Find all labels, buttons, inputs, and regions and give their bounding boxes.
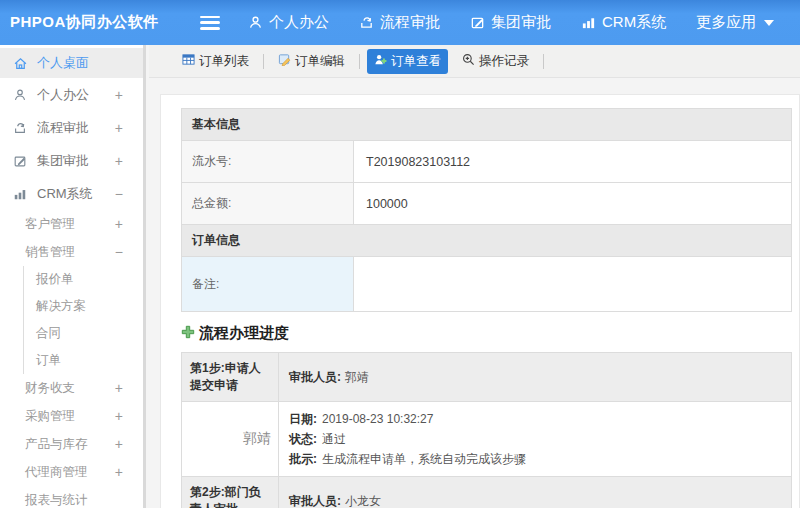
expand-icon[interactable]: + [115,87,123,103]
sidebar-item-sales-mgmt[interactable]: 销售管理 − [0,238,143,266]
sidebar-item-label: 个人办公 [37,86,89,104]
expand-icon[interactable]: + [115,153,123,169]
serial-number-label: 流水号: [182,141,354,183]
step-1-label: 第1步:申请人提交申请 [182,353,279,402]
table-row: 备注: [182,257,792,312]
sidebar-item-personal-desktop[interactable]: 个人桌面 [0,48,143,78]
nav-more-apps[interactable]: 更多应用 [696,13,774,32]
sidebar-item-customer-mgmt[interactable]: 客户管理 + [0,210,143,238]
top-navigation: 个人办公 流程审批 集团审批 CRM系统 更多应用 [248,13,774,32]
sidebar-item-label: CRM系统 [37,185,93,203]
order-info-table: 基本信息 流水号: T20190823103112 总金额: 100000 订单… [181,108,792,312]
tab-order-edit[interactable]: 订单编辑 [271,49,352,74]
bar-chart-icon [12,187,28,201]
total-amount-value: 100000 [354,183,792,225]
sidebar-item-finance[interactable]: 财务收支 + [0,374,143,402]
sidebar-item-contract[interactable]: 合同 [23,320,143,347]
serial-number-value: T20190823103112 [354,141,792,183]
sidebar-item-personal-office[interactable]: 个人办公 + [0,78,143,111]
sidebar-item-label: 流程审批 [37,119,89,137]
expand-icon[interactable]: + [115,120,123,136]
process-icon [12,121,28,135]
person-icon [12,88,28,102]
sidebar-item-label: 解决方案 [36,298,86,315]
step-2-label: 第2步:部门负责人审批 [182,477,279,508]
date-line: 日期:2019-08-23 10:32:27 [289,409,781,429]
note-value [354,257,792,312]
comment-line: 批示:生成流程申请单，系统自动完成该步骤 [289,449,781,469]
sidebar-item-report-stats[interactable]: 报表与统计 [0,486,143,508]
sidebar-item-label: 集团审批 [37,152,89,170]
step-1-approver: 审批人员:郭靖 [279,353,792,402]
view-order-icon [374,53,387,69]
top-bar: PHPOA协同办公软件 个人办公 流程审批 集团审批 CRM系统 [0,0,800,45]
status-line: 状态:通过 [289,429,781,449]
sidebar: 个人桌面 个人办公 + 流程审批 + 集团审批 + CRM系统 − 客户管理 +… [0,45,146,508]
sidebar-item-group-approval[interactable]: 集团审批 + [0,144,143,177]
sidebar-item-label: 财务收支 [25,380,75,397]
section-title-order-info: 订单信息 [182,225,792,257]
green-plus-icon [181,325,195,342]
tab-label: 订单列表 [199,53,249,70]
edit-icon [12,154,28,168]
sidebar-item-label: 报价单 [36,271,74,288]
approver-label: 审批人员: [289,494,341,508]
sidebar-item-purchase-mgmt[interactable]: 采购管理 + [0,402,143,430]
expand-icon[interactable]: + [115,464,123,480]
sidebar-item-agent-mgmt[interactable]: 代理商管理 + [0,458,143,486]
bar-chart-icon [581,15,596,30]
expand-icon[interactable]: + [115,408,123,424]
nav-label: 更多应用 [696,13,756,32]
app-logo: PHPOA协同办公软件 [0,13,200,32]
sidebar-item-label: 报表与统计 [25,492,88,508]
nav-process-approval[interactable]: 流程审批 [359,13,440,32]
edit-doc-icon [278,53,291,69]
sidebar-item-label: 销售管理 [25,244,75,261]
nav-label: 集团审批 [491,13,551,32]
process-steps-table: 第1步:申请人提交申请 审批人员:郭靖 郭靖 日期:2019-08-23 10:… [181,352,792,508]
sidebar-item-solution[interactable]: 解决方案 [23,293,143,320]
person-icon [248,15,263,30]
nav-label: 个人办公 [269,13,329,32]
edit-icon [470,15,485,30]
expand-icon[interactable]: + [115,436,123,452]
tab-order-list[interactable]: 订单列表 [175,49,256,74]
section-title-basic-info: 基本信息 [182,109,792,141]
sidebar-item-product-inventory[interactable]: 产品与库存 + [0,430,143,458]
caret-down-icon [764,20,774,26]
sidebar-item-quotation[interactable]: 报价单 [23,266,143,293]
approver-label: 审批人员: [289,370,341,384]
sidebar-item-label: 合同 [36,325,61,342]
step-2-approver: 审批人员:小龙女 [279,477,792,508]
date-label: 日期: [289,412,317,426]
tab-label: 订单查看 [391,53,441,70]
nav-label: CRM系统 [602,13,666,32]
collapse-icon[interactable]: − [115,186,123,202]
nav-personal-office[interactable]: 个人办公 [248,13,329,32]
collapse-icon[interactable]: − [115,244,123,260]
total-amount-label: 总金额: [182,183,354,225]
nav-group-approval[interactable]: 集团审批 [470,13,551,32]
sidebar-item-label: 客户管理 [25,216,75,233]
status-value: 通过 [322,432,346,446]
sidebar-item-process-approval[interactable]: 流程审批 + [0,111,143,144]
process-progress-title: 流程办理进度 [199,324,289,343]
comment-value: 生成流程申请单，系统自动完成该步骤 [322,452,526,466]
sidebar-item-order[interactable]: 订单 [23,347,143,374]
expand-icon[interactable]: + [115,380,123,396]
process-icon [359,15,374,30]
approver-name: 小龙女 [345,494,381,508]
process-progress-header: 流程办理进度 [181,324,792,343]
sidebar-item-label: 代理商管理 [25,464,88,481]
sidebar-item-crm-system[interactable]: CRM系统 − [0,177,143,210]
tab-order-view[interactable]: 订单查看 [367,49,448,74]
sidebar-item-label: 个人桌面 [37,54,89,72]
tab-operation-log[interactable]: 操作记录 [455,49,536,74]
main-content: 订单列表 订单编辑 订单查看 操作记录 基本信息 [149,45,800,508]
table-row: 流水号: T20190823103112 [182,141,792,183]
hamburger-menu-icon[interactable] [200,16,220,30]
nav-crm-system[interactable]: CRM系统 [581,13,666,32]
expand-icon[interactable]: + [115,216,123,232]
tab-label: 操作记录 [479,53,529,70]
sidebar-item-label: 采购管理 [25,408,75,425]
